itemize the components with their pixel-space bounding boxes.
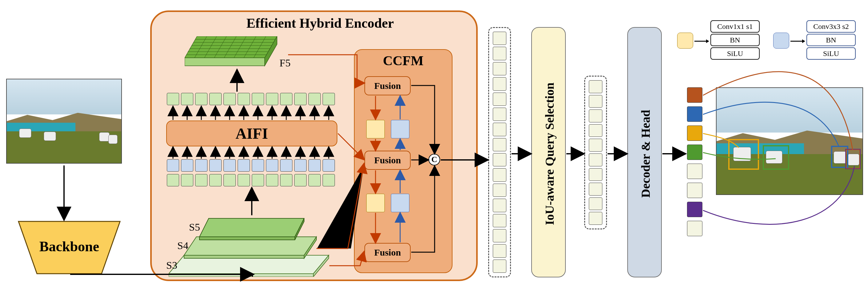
feature-stack — [169, 209, 341, 277]
det-box-yellow — [728, 139, 759, 170]
svg-marker-25 — [199, 218, 304, 237]
conv3x3-b — [391, 194, 409, 212]
aifi-block: AIFI — [166, 120, 337, 146]
det-box-green — [763, 145, 789, 170]
chip-4 — [687, 202, 703, 217]
legend: Conv1x1 s1 BN SiLU Conv3x3 s2 BN SiLU — [677, 19, 862, 71]
chip-empty-a — [687, 164, 703, 179]
legend-blue-op-1: BN — [806, 34, 856, 46]
encoder-title: Efficient Hybrid Encoder — [222, 15, 418, 31]
svg-marker-32 — [802, 39, 805, 43]
chip-empty-c — [687, 221, 703, 236]
input-image — [6, 79, 122, 164]
output-query-chips — [687, 87, 703, 236]
iou-aware-query-selection: IoU-aware Query Selection — [531, 27, 566, 277]
conv1x1-a — [366, 120, 385, 138]
concat-node: C — [429, 154, 440, 166]
token-column-encoder-out — [488, 27, 511, 277]
svg-marker-26 — [199, 237, 295, 240]
token-column-queries — [584, 76, 607, 229]
qsel-label: IoU-aware Query Selection — [542, 49, 557, 258]
chip-2 — [687, 126, 703, 141]
chip-3 — [687, 145, 703, 160]
backbone-label: Backbone — [19, 238, 120, 255]
det-box-purple — [845, 149, 861, 169]
svg-marker-17 — [185, 58, 265, 66]
svg-marker-30 — [706, 39, 709, 43]
s3-label: S3 — [166, 259, 177, 271]
f5-label: F5 — [279, 57, 290, 69]
fusion-bot: Fusion — [365, 243, 411, 262]
conv3x3-a — [391, 120, 409, 138]
tokens-into-aifi — [167, 159, 335, 172]
tokens-s5-flat — [167, 174, 335, 186]
s4-label: S4 — [177, 240, 188, 252]
legend-yellow-op-1: BN — [710, 34, 760, 46]
tokens-post-aifi — [167, 93, 335, 105]
decoder-and-head: Decoder & Head — [627, 27, 662, 277]
ccfm-label: CCFM — [383, 53, 424, 69]
chip-empty-b — [687, 183, 703, 198]
output-image — [716, 87, 863, 195]
backbone-block: Backbone — [19, 221, 120, 274]
chip-1 — [687, 106, 703, 122]
s5-label: S5 — [189, 221, 200, 233]
legend-yellow-cell — [677, 33, 693, 48]
legend-yellow-op-0: Conv1x1 s1 — [710, 20, 760, 33]
aifi-label: AIFI — [236, 124, 268, 142]
svg-marker-20 — [169, 274, 313, 277]
f5-feature-grid — [185, 36, 277, 73]
legend-blue-op-2: SiLU — [806, 47, 856, 60]
svg-marker-23 — [184, 255, 304, 258]
chip-0 — [687, 87, 703, 103]
legend-blue-op-0: Conv3x3 s2 — [806, 20, 856, 33]
legend-blue-cell — [773, 33, 789, 48]
fusion-top: Fusion — [365, 76, 411, 95]
decoder-label: Decoder & Head — [639, 83, 653, 224]
fusion-mid: Fusion — [365, 151, 411, 170]
conv1x1-b — [366, 194, 385, 212]
legend-yellow-op-2: SiLU — [710, 47, 760, 60]
